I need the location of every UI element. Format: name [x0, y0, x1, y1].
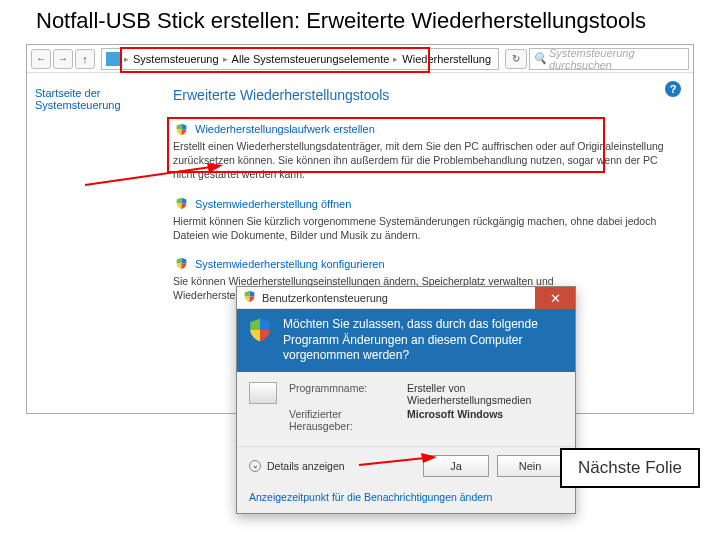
- uac-title: Benutzerkontensteuerung: [262, 292, 388, 304]
- breadcrumb-sep-icon: ▸: [393, 54, 398, 64]
- uac-no-button[interactable]: Nein: [497, 455, 563, 477]
- breadcrumb-item[interactable]: Wiederherstellung: [402, 53, 491, 65]
- search-input[interactable]: 🔍 Systemsteuerung durchsuchen: [529, 48, 689, 70]
- option-link[interactable]: Wiederherstellungslaufwerk erstellen: [195, 123, 375, 135]
- uac-details-toggle[interactable]: ⌄ Details anzeigen: [249, 460, 345, 472]
- uac-dialog: Benutzerkontensteuerung ✕ Möchten Sie zu…: [236, 286, 576, 514]
- toolbar: ← → ↑ ▸ Systemsteuerung ▸ Alle Systemste…: [27, 45, 693, 73]
- svg-line-2: [359, 458, 425, 465]
- next-slide-button[interactable]: Nächste Folie: [560, 448, 700, 488]
- uac-settings-link[interactable]: Anzeigezeitpunkt für die Benachrichtigun…: [249, 491, 492, 503]
- uac-program-value: Ersteller von Wiederherstellungsmedien: [407, 382, 563, 406]
- uac-publisher-value: Microsoft Windows: [407, 408, 563, 420]
- nav-back-button[interactable]: ←: [31, 49, 51, 69]
- chevron-down-icon: ⌄: [249, 460, 261, 472]
- shield-icon: [247, 317, 273, 345]
- search-placeholder: Systemsteuerung durchsuchen: [549, 47, 684, 71]
- page-heading: Erweiterte Wiederherstellungstools: [173, 87, 667, 103]
- search-icon: 🔍: [534, 53, 546, 65]
- control-panel-icon: [106, 52, 120, 66]
- shield-icon: [243, 290, 256, 305]
- uac-details-label: Details anzeigen: [267, 460, 345, 472]
- refresh-button[interactable]: ↻: [505, 49, 527, 69]
- option-link[interactable]: Systemwiederherstellung öffnen: [195, 198, 351, 210]
- breadcrumb-item[interactable]: Systemsteuerung: [133, 53, 219, 65]
- breadcrumb[interactable]: ▸ Systemsteuerung ▸ Alle Systemsteuerung…: [101, 48, 499, 70]
- uac-info: Programmname:Ersteller von Wiederherstel…: [237, 372, 575, 446]
- breadcrumb-item[interactable]: Alle Systemsteuerungselemente: [232, 53, 390, 65]
- shield-icon: [173, 196, 189, 212]
- nav-forward-button[interactable]: →: [53, 49, 73, 69]
- uac-yes-button[interactable]: Ja: [423, 455, 489, 477]
- sidebar: Startseite der Systemsteuerung: [27, 73, 167, 413]
- uac-question: Möchten Sie zulassen, dass durch das fol…: [283, 317, 565, 364]
- option-open-system-restore: Systemwiederherstellung öffnen Hiermit k…: [173, 196, 667, 242]
- breadcrumb-sep-icon: ▸: [223, 54, 228, 64]
- uac-header: Möchten Sie zulassen, dass durch das fol…: [237, 309, 575, 372]
- slide-title: Notfall-USB Stick erstellen: Erweiterte …: [0, 0, 720, 44]
- close-button[interactable]: ✕: [535, 287, 575, 309]
- shield-icon: [173, 256, 189, 272]
- option-description: Hiermit können Sie kürzlich vorgenommene…: [173, 214, 667, 242]
- uac-footer: Anzeigezeitpunkt für die Benachrichtigun…: [237, 485, 575, 513]
- uac-publisher-label: Verifizierter Herausgeber:: [289, 408, 399, 432]
- nav-up-button[interactable]: ↑: [75, 49, 95, 69]
- option-create-recovery-drive: Wiederherstellungslaufwerk erstellen Ers…: [173, 121, 667, 182]
- uac-titlebar: Benutzerkontensteuerung ✕: [237, 287, 575, 309]
- drive-icon: [249, 382, 277, 404]
- uac-program-label: Programmname:: [289, 382, 399, 394]
- option-link[interactable]: Systemwiederherstellung konfigurieren: [195, 258, 385, 270]
- breadcrumb-sep-icon: ▸: [124, 54, 129, 64]
- uac-actions: ⌄ Details anzeigen Ja Nein: [237, 446, 575, 485]
- shield-icon: [173, 121, 189, 137]
- option-description: Erstellt einen Wiederherstellungsdatentr…: [173, 139, 667, 182]
- sidebar-home-link[interactable]: Startseite der Systemsteuerung: [35, 87, 121, 111]
